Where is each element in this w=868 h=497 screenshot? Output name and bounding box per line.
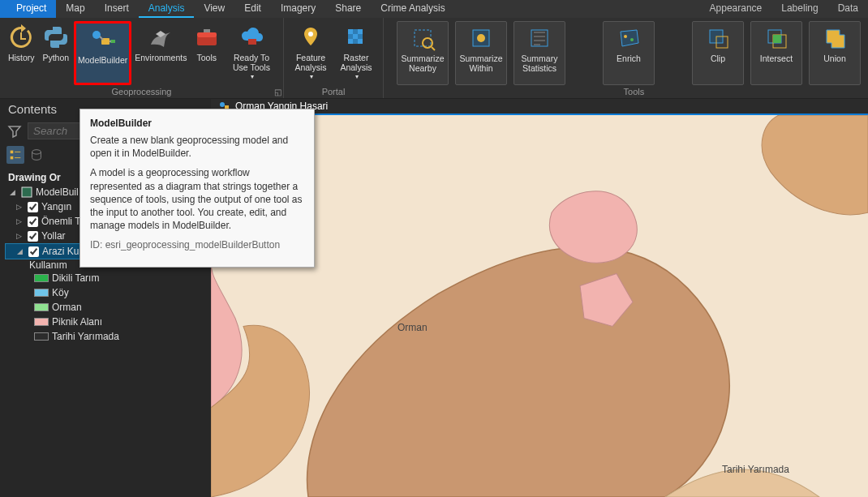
svg-point-0 <box>92 31 101 39</box>
summary-statistics-button[interactable]: Summary Statistics <box>513 21 565 85</box>
layer-visibility-checkbox[interactable] <box>28 246 39 257</box>
tooltip-title: ModelBuilder <box>90 118 304 129</box>
legend-label: Köy <box>52 287 69 298</box>
chevron-down-icon: ▾ <box>310 72 313 82</box>
ctx-appearance[interactable]: Appearance <box>700 0 772 18</box>
legend-item[interactable]: Tarihi Yarımada <box>29 329 206 344</box>
expand-icon[interactable]: ▷ <box>16 217 24 225</box>
menu-map[interactable]: Map <box>56 0 94 18</box>
legend-swatch <box>34 289 49 297</box>
svg-rect-5 <box>204 29 210 32</box>
union-icon <box>822 25 848 51</box>
menu-share[interactable]: Share <box>325 0 371 18</box>
ribbon: History Python ModelBuilder Environments… <box>0 18 868 99</box>
svg-rect-9 <box>353 29 358 34</box>
list-by-source-icon[interactable] <box>28 146 45 164</box>
svg-rect-13 <box>358 34 363 39</box>
legend-label: Dikili Tarım <box>52 272 99 284</box>
summary-statistics-icon <box>526 25 552 51</box>
chevron-down-icon: ▾ <box>355 72 359 82</box>
dialog-launcher-geoprocessing[interactable]: ◱ <box>274 88 281 96</box>
toolbox-icon <box>194 24 220 50</box>
menu-analysis[interactable]: Analysis <box>139 0 195 18</box>
menu-insert[interactable]: Insert <box>95 0 139 18</box>
legend-item[interactable]: Dikili Tarım <box>29 271 206 285</box>
python-button[interactable]: Python <box>39 21 71 85</box>
tooltip-description: A model is a geoprocessing workflow repr… <box>90 166 304 232</box>
menu-edit[interactable]: Edit <box>234 0 271 18</box>
chevron-down-icon: ▾ <box>251 72 254 82</box>
menu-project[interactable]: Project <box>0 0 56 18</box>
legend-label: Orman <box>52 302 82 313</box>
ctx-data[interactable]: Data <box>828 0 868 18</box>
legend-label: Piknik Alanı <box>52 316 102 328</box>
modelbuilder-icon <box>90 27 116 53</box>
expand-icon[interactable]: ▷ <box>16 232 24 240</box>
svg-rect-8 <box>348 29 353 34</box>
menu-view[interactable]: View <box>194 0 234 18</box>
group-label-geoprocessing: Geoprocessing <box>5 87 278 96</box>
map-label: Orman <box>397 322 428 333</box>
intersect-icon <box>763 25 789 51</box>
feature-analysis-button[interactable]: Feature Analysis▾ <box>289 21 333 85</box>
svg-point-34 <box>220 102 225 107</box>
summarize-nearby-icon <box>410 25 436 51</box>
summarize-nearby-button[interactable]: Summarize Nearby <box>397 21 449 85</box>
ribbon-group-geoprocessing: History Python ModelBuilder Environments… <box>0 18 284 98</box>
ribbon-group-portal: Feature Analysis▾ Raster Analysis▾ Porta… <box>284 18 384 98</box>
environments-icon <box>148 24 174 50</box>
legend-item[interactable]: Orman <box>29 300 206 315</box>
legend-swatch <box>34 318 49 326</box>
modelbuilder-button[interactable]: ModelBuilder <box>74 21 131 85</box>
intersect-button[interactable]: Intersect <box>750 21 802 85</box>
svg-point-23 <box>624 35 627 38</box>
legend-swatch <box>34 332 49 341</box>
menu-bar: Project Map Insert Analysis View Edit Im… <box>0 0 868 18</box>
svg-rect-6 <box>248 39 256 45</box>
menu-crime-analysis[interactable]: Crime Analysis <box>371 0 454 18</box>
ctx-labeling[interactable]: Labeling <box>771 0 827 18</box>
history-icon <box>8 24 34 50</box>
raster-analysis-button[interactable]: Raster Analysis▾ <box>334 21 378 85</box>
summarize-within-button[interactable]: Summarize Within <box>455 21 507 85</box>
enrich-button[interactable]: Enrich <box>603 21 655 85</box>
group-label-tools: Tools <box>389 87 868 96</box>
list-by-drawing-order-icon[interactable] <box>6 146 24 164</box>
layer-name: Yollar <box>41 230 66 242</box>
svg-point-32 <box>32 150 41 154</box>
svg-rect-16 <box>358 39 363 44</box>
tooltip-id: ID: esri_geoprocessing_modelBuilderButto… <box>90 238 304 251</box>
expand-icon[interactable]: ▷ <box>16 203 24 211</box>
summarize-within-icon <box>468 25 494 51</box>
environments-button[interactable]: Environments <box>133 21 188 85</box>
group-label-portal: Portal <box>289 87 378 96</box>
menu-imagery[interactable]: Imagery <box>271 0 325 18</box>
layer-visibility-checkbox[interactable] <box>28 202 38 212</box>
svg-rect-10 <box>358 29 363 34</box>
svg-marker-22 <box>621 30 638 46</box>
svg-rect-14 <box>348 39 353 44</box>
svg-rect-15 <box>353 39 358 44</box>
legend-item[interactable]: Köy <box>29 285 206 300</box>
legend-item[interactable]: Piknik Alanı <box>29 315 206 329</box>
enrich-icon <box>616 25 642 51</box>
layer-visibility-checkbox[interactable] <box>28 216 38 227</box>
layer-name: Yangın <box>41 201 71 212</box>
tooltip-summary: Create a new blank geoprocessing model a… <box>90 134 304 160</box>
map-label: Tarihi Yarımada <box>722 464 789 475</box>
ready-to-use-tools-button[interactable]: Ready To Use Tools▾ <box>225 21 278 85</box>
expand-icon[interactable]: ◢ <box>17 247 25 255</box>
tooltip-modelbuilder: ModelBuilder Create a new blank geoproce… <box>79 109 315 268</box>
history-button[interactable]: History <box>5 21 37 85</box>
tools-button[interactable]: Tools <box>190 21 222 85</box>
clip-button[interactable]: Clip <box>692 21 744 85</box>
cloud-tools-icon <box>238 24 264 50</box>
python-icon <box>43 24 69 50</box>
union-button[interactable]: Union <box>809 21 861 85</box>
legend-swatch <box>34 303 49 311</box>
svg-rect-4 <box>197 32 217 37</box>
map-frame-icon <box>21 186 32 198</box>
layer-visibility-checkbox[interactable] <box>28 231 38 242</box>
feature-analysis-icon <box>298 24 324 50</box>
filter-icon[interactable] <box>6 123 23 139</box>
